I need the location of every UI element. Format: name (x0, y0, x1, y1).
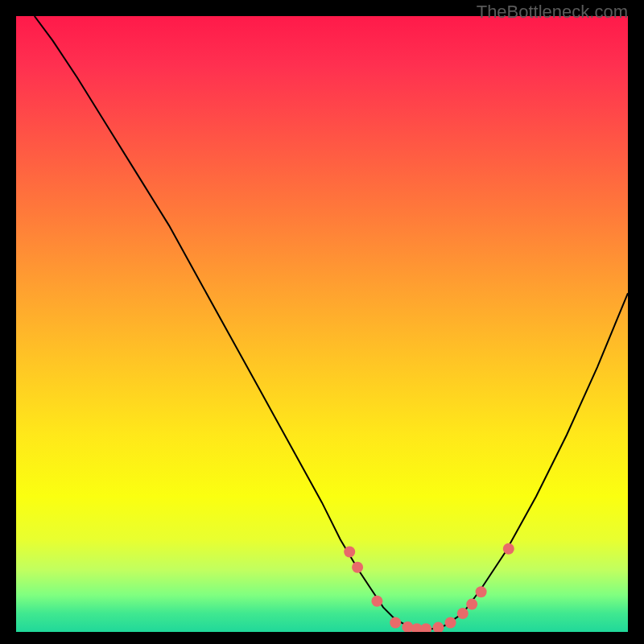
chart-plot-area (16, 16, 628, 632)
watermark-text: TheBottleneck.com (477, 2, 628, 23)
curve-marker (352, 562, 363, 573)
curve-marker (457, 608, 469, 619)
curve-marker (445, 617, 456, 629)
bottleneck-curve-path (35, 16, 628, 629)
curve-marker (503, 543, 514, 555)
curve-marker (420, 623, 431, 632)
bottleneck-curve-svg (16, 16, 628, 632)
curve-marker (466, 599, 477, 610)
curve-marker (432, 622, 444, 632)
curve-marker (390, 617, 401, 629)
curve-marker (476, 586, 487, 597)
curve-marker (344, 547, 355, 558)
curve-marker (371, 596, 382, 607)
